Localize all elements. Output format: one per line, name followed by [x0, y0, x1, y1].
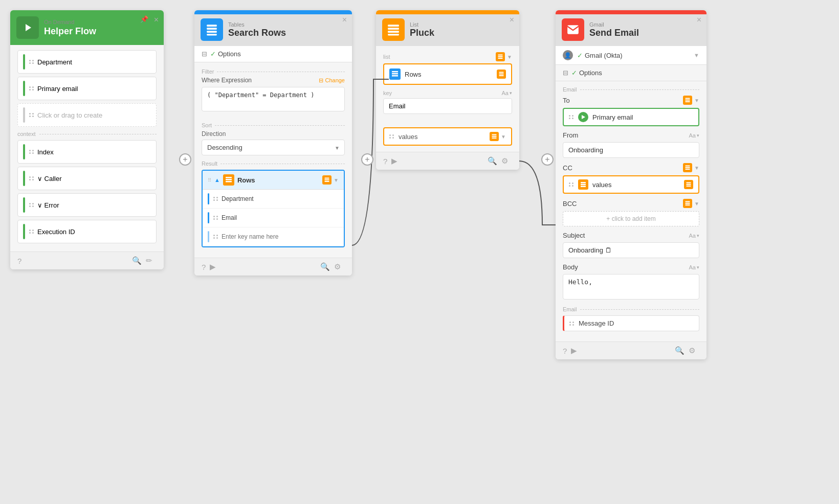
field-create[interactable]: Click or drag to create [17, 103, 157, 127]
svg-rect-20 [392, 75, 398, 77]
list-label: list [383, 54, 390, 60]
field-bar [23, 224, 25, 239]
list-value: Rows [405, 71, 497, 78]
send-email-header: Gmail Send Email × [556, 10, 706, 46]
rows-box: ⠿ ▲ Rows ▼ [202, 170, 345, 247]
search-rows-icon [201, 18, 223, 41]
plus-button-1[interactable]: + [179, 153, 191, 166]
list-label-row: list ▼ [383, 52, 512, 61]
change-button[interactable]: ⊟ Change [319, 77, 345, 84]
context-field-caller[interactable]: ∨ Caller [17, 167, 157, 190]
plus-button-2[interactable]: + [361, 153, 373, 166]
play-button[interactable]: ▶ [571, 346, 577, 355]
helper-flow-header: On Demand Helper Flow 📌 × [10, 10, 164, 45]
play-button[interactable]: ▶ [210, 262, 216, 271]
rows-header: ⠿ ▲ Rows ▼ [203, 171, 344, 190]
placeholder-input[interactable] [222, 233, 339, 240]
field-primary-email[interactable]: Primary email [17, 77, 157, 100]
pin-icon[interactable]: 📌 [140, 15, 148, 23]
close-button[interactable]: × [342, 15, 347, 25]
context-field-error[interactable]: ∨ Error [17, 193, 157, 217]
drag-dots [29, 113, 34, 117]
search-rows-title: Search Rows [228, 28, 286, 38]
plus-button-3[interactable]: + [541, 153, 554, 166]
bcc-add-box[interactable]: + click to add item [563, 211, 699, 226]
to-controls: ▼ [683, 96, 699, 105]
field-bar [23, 197, 25, 213]
field-department[interactable]: Department [17, 50, 157, 74]
sub-field-email[interactable]: Email [203, 209, 344, 227]
to-dropdown-arrow: ▼ [694, 98, 699, 103]
play-button[interactable]: ▶ [391, 156, 398, 166]
body-input[interactable]: Hello, [563, 274, 699, 300]
svg-rect-11 [388, 25, 399, 27]
search-button[interactable]: 🔍 [488, 156, 497, 166]
field-label: Click or drag to create [37, 111, 102, 119]
account-label: Gmail (Okta) [585, 52, 694, 59]
field-label: Primary email [37, 85, 78, 93]
subject-input[interactable] [563, 242, 699, 258]
direction-select[interactable]: Descending Ascending [202, 140, 345, 155]
aa-badge: Aa▾ [502, 90, 512, 96]
to-section: To ▼ Primary email [563, 96, 699, 126]
field-bar [23, 54, 25, 70]
svg-rect-17 [498, 58, 503, 59]
svg-rect-12 [388, 28, 399, 30]
help-button[interactable]: ? [383, 157, 387, 166]
context-field-index[interactable]: Index [17, 140, 157, 164]
list-icon-small [322, 175, 332, 185]
check-icon: ✓ [210, 50, 216, 58]
svg-rect-36 [581, 186, 586, 188]
help-button[interactable]: ? [17, 257, 21, 265]
bcc-label: BCC [563, 200, 577, 208]
where-expr-row: Where Expression ⊟ Change [202, 77, 345, 84]
drag-dots [213, 235, 218, 239]
key-section: key Aa▾ [383, 90, 512, 114]
settings-button[interactable]: ⚙ [689, 346, 695, 355]
cc-controls: ▼ [683, 163, 699, 172]
send-email-footer: ? ▶ 🔍 ⚙ [556, 341, 706, 359]
settings-button[interactable]: ⚙ [334, 262, 341, 271]
svg-rect-25 [492, 136, 497, 137]
drag-dots [29, 203, 34, 207]
svg-rect-27 [686, 98, 690, 99]
field-bar [23, 171, 25, 186]
header-accent [556, 10, 706, 14]
aa-badge: Aa▾ [689, 264, 699, 270]
direction-select-wrapper: Descending Ascending [202, 140, 345, 155]
svg-rect-33 [686, 169, 690, 170]
from-input[interactable] [563, 142, 699, 158]
send-email-subtitle: Gmail [589, 21, 639, 28]
close-button[interactable]: × [697, 15, 701, 25]
svg-rect-39 [687, 186, 691, 187]
settings-button[interactable]: ⚙ [501, 156, 508, 166]
rows-list-icon [223, 174, 234, 186]
svg-rect-13 [388, 31, 399, 33]
sub-field-placeholder[interactable] [203, 227, 344, 246]
search-button[interactable]: 🔍 [675, 346, 685, 355]
sort-label: Sort [202, 122, 345, 128]
edit-button[interactable]: ✏ [146, 256, 152, 265]
cc-value: values [592, 181, 684, 189]
expression-input[interactable]: ( "Department" = Department ) [202, 87, 345, 111]
bcc-row: BCC ▼ [563, 199, 699, 208]
help-button[interactable]: ? [563, 347, 567, 355]
helper-flow-footer: ? 🔍 ✏ [10, 251, 164, 269]
context-field-execution-id[interactable]: Execution ID [17, 220, 157, 243]
send-email-icon [562, 18, 584, 41]
key-input[interactable] [383, 98, 512, 114]
svg-rect-24 [492, 134, 497, 135]
sub-field-department[interactable]: Department [203, 190, 344, 209]
search-button[interactable]: 🔍 [132, 256, 142, 265]
svg-rect-21 [499, 72, 504, 73]
values-list-icon [578, 179, 588, 190]
close-button[interactable]: × [154, 15, 159, 25]
search-button[interactable]: 🔍 [320, 262, 330, 271]
svg-rect-3 [207, 31, 217, 33]
cc-box: values [563, 175, 699, 194]
key-header-row: key Aa▾ [383, 90, 512, 96]
to-label: To [563, 97, 570, 104]
help-button[interactable]: ? [202, 263, 206, 271]
close-button[interactable]: × [510, 15, 514, 25]
drag-dots [213, 216, 218, 220]
